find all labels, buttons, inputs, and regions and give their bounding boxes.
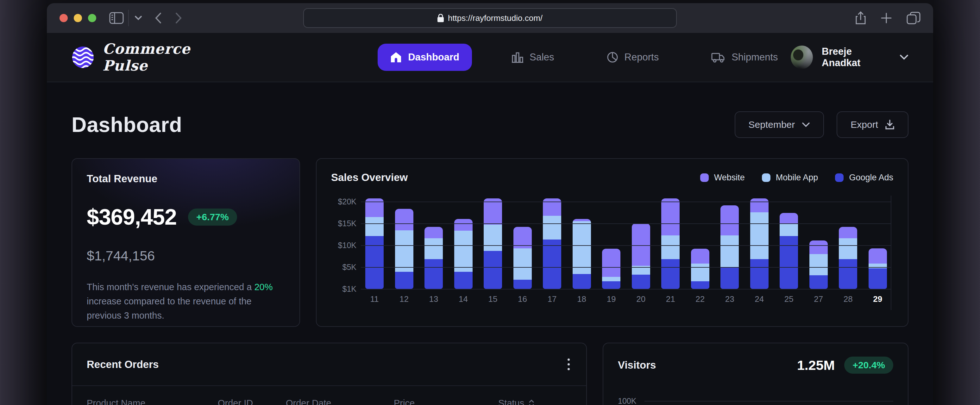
x-axis-label-13: 13 [425, 294, 443, 304]
sales-overview-card: Sales Overview WebsiteMobile AppGoogle A… [316, 158, 908, 327]
month-selector-value: September [749, 119, 795, 130]
legend-label: Google Ads [849, 173, 893, 183]
legend-label: Mobile App [776, 173, 818, 183]
bar-segment-mobile-app [780, 223, 798, 236]
url-text: https://rayformstudio.com/ [448, 13, 542, 23]
share-icon[interactable] [855, 11, 866, 25]
x-axis-label-15: 15 [484, 294, 502, 304]
minimize-window-button[interactable] [74, 14, 82, 22]
legend-item-google-ads: Google Ads [835, 173, 893, 183]
column-header-order-id[interactable]: Order ID [218, 398, 286, 405]
user-menu[interactable]: Breeje Anadkat [791, 46, 908, 69]
legend-swatch [762, 173, 770, 182]
legend-item-website: Website [700, 173, 745, 183]
nav-item-label: Dashboard [408, 52, 459, 63]
bar-day-24[interactable] [750, 199, 768, 289]
bar-day-16[interactable] [514, 227, 532, 289]
legend-swatch [700, 173, 709, 182]
bar-day-13[interactable] [425, 227, 443, 289]
x-axis-label-20: 20 [632, 294, 650, 304]
page-content: Dashboard September Export Total Revenue [47, 82, 933, 405]
lock-icon [438, 14, 444, 22]
revenue-card-title: Total Revenue [87, 173, 285, 185]
bar-segment-website [661, 199, 679, 235]
bar-day-19[interactable] [602, 249, 620, 289]
legend-swatch [835, 173, 843, 182]
nav-item-shipments[interactable]: Shipments [698, 44, 791, 71]
bar-segment-mobile-app [514, 248, 532, 280]
close-window-button[interactable] [59, 14, 68, 22]
month-selector-button[interactable]: September [735, 111, 824, 138]
zoom-window-button[interactable] [88, 14, 96, 22]
bar-day-17[interactable] [543, 199, 561, 289]
bar-day-29[interactable] [869, 248, 887, 289]
bar-day-11[interactable] [365, 199, 383, 289]
bar-segment-mobile-app [602, 277, 620, 281]
bar-day-27[interactable] [810, 240, 828, 289]
export-button[interactable]: Export [837, 111, 908, 138]
bar-segment-google-ads [454, 272, 473, 289]
bar-day-14[interactable] [454, 219, 473, 289]
chevron-down-icon [802, 122, 810, 127]
orders-menu-icon[interactable] [566, 357, 572, 372]
visitors-change-badge: +20.4% [844, 357, 893, 374]
x-axis-label-28: 28 [839, 294, 857, 304]
chart-right-axis [891, 195, 891, 310]
forward-icon[interactable] [175, 12, 182, 24]
chevron-down-icon[interactable] [135, 16, 142, 21]
revenue-value: $369,452 [87, 204, 177, 230]
bar-day-15[interactable] [484, 199, 502, 289]
bar-segment-mobile-app [750, 212, 768, 259]
chart-legend: WebsiteMobile AppGoogle Ads [700, 173, 893, 183]
bar-segment-mobile-app [691, 264, 710, 281]
nav-item-dashboard[interactable]: Dashboard [378, 44, 472, 71]
sidebar-toggle-icon[interactable] [109, 12, 124, 24]
y-axis-tick: $1K [331, 284, 356, 294]
sort-icon[interactable] [529, 399, 534, 405]
nav-item-label: Reports [625, 52, 659, 63]
bar-day-28[interactable] [839, 227, 857, 289]
y-axis-tick: $15K [331, 219, 356, 228]
column-header-price[interactable]: Price [394, 398, 498, 405]
bar-segment-website [543, 199, 561, 216]
bar-segment-mobile-app [365, 217, 383, 236]
bar-segment-website [395, 209, 414, 230]
bar-day-25[interactable] [780, 213, 798, 289]
bar-day-21[interactable] [661, 199, 679, 289]
brand-logo-icon [72, 46, 94, 69]
bar-day-18[interactable] [573, 219, 591, 289]
tab-overview-icon[interactable] [907, 12, 921, 24]
bar-day-23[interactable] [721, 205, 739, 289]
brand-logo[interactable]: Commerce Pulse [72, 40, 235, 74]
x-axis-label-14: 14 [454, 294, 473, 304]
nav-item-label: Shipments [732, 52, 778, 63]
column-header-status[interactable]: Status [498, 398, 572, 405]
nav-item-reports[interactable]: Reports [594, 44, 672, 71]
visitors-card: Visitors 1.25M +20.4% 100K [603, 343, 908, 405]
recent-orders-card: Recent Orders Product NameOrder IDOrder … [72, 343, 587, 405]
x-axis-label-23: 23 [721, 294, 739, 304]
bar-segment-website [869, 248, 887, 264]
export-button-label: Export [851, 119, 878, 130]
bar-segment-google-ads [750, 259, 768, 289]
bar-day-12[interactable] [395, 209, 414, 289]
address-bar[interactable]: https://rayformstudio.com/ [303, 8, 677, 28]
x-axis-label-11: 11 [365, 294, 383, 304]
user-name: Breeje Anadkat [822, 46, 889, 69]
pie-chart-icon [607, 52, 618, 63]
column-header-order-date[interactable]: Order Date [286, 398, 394, 405]
new-tab-icon[interactable] [881, 12, 892, 24]
back-icon[interactable] [155, 12, 162, 24]
bar-segment-mobile-app [721, 235, 739, 267]
visitors-card-title: Visitors [618, 359, 656, 371]
bar-segment-google-ads [365, 236, 383, 289]
column-header-product-name[interactable]: Product Name [87, 398, 218, 405]
bar-day-20[interactable] [632, 223, 650, 289]
bar-segment-mobile-app [543, 216, 561, 240]
gridline [361, 202, 891, 202]
y-axis-tick: $10K [331, 241, 356, 250]
orders-table-header: Product NameOrder IDOrder DatePriceStatu… [72, 386, 586, 405]
bar-day-22[interactable] [691, 249, 710, 289]
revenue-secondary-value: $1,744,156 [87, 248, 285, 264]
nav-item-sales[interactable]: Sales [499, 44, 567, 71]
